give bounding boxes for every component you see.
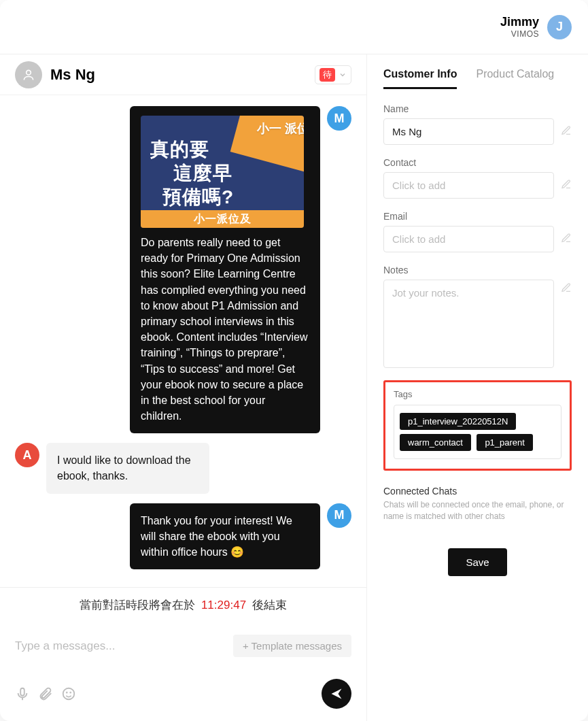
header-user-block: Jimmy VIMOS [500,15,539,39]
promo-strip-text: 小一派位及 [141,210,304,228]
promo-main-text: 真的要 這麼早 預備嗎? [150,137,234,209]
session-countdown: 11:29:47 [201,599,246,611]
name-input[interactable] [383,118,554,145]
tags-label: Tags [394,389,561,399]
message-row: Thank you for your interest! We will sha… [15,503,351,570]
message-input[interactable] [15,639,224,653]
message-composer: + Template messages [0,625,366,721]
message-text: I would like to download the ebook, than… [57,452,198,484]
tags-container[interactable]: p1_interview_20220512N warm_contact p1_p… [394,405,561,459]
header-org-name: VIMOS [500,29,539,39]
promo-corner-text: 小一 派位 [257,122,304,135]
chat-header: Ms Ng 待 [0,54,366,95]
chat-pane: Ms Ng 待 小一 派位 真的要 這麼早 [0,54,367,721]
session-expiry-notice: 當前對話時段將會在於 11:29:47 後結束 [0,587,366,625]
header-user-name: Jimmy [500,15,539,29]
field-name: Name [383,103,572,145]
side-tabs: Customer Info Product Catalog [383,68,572,90]
customer-info-pane: Customer Info Product Catalog Name Conta… [367,54,588,721]
message-row: A I would like to download the ebook, th… [15,443,351,493]
edit-icon[interactable] [561,179,572,192]
message-avatar: M [327,503,351,528]
tab-customer-info[interactable]: Customer Info [383,68,457,89]
message-bubble: I would like to download the ebook, than… [46,443,209,493]
edit-icon[interactable] [561,125,572,139]
field-contact: Contact [383,157,572,199]
contact-avatar [15,61,42,88]
status-badge: 待 [319,68,335,82]
app-header: Jimmy VIMOS J [0,0,588,54]
svg-point-3 [63,688,75,700]
template-messages-button[interactable]: + Template messages [233,635,351,657]
message-avatar: A [15,443,39,467]
field-label: Name [383,103,572,114]
field-label: Email [383,211,572,222]
svg-point-5 [70,692,71,693]
svg-point-4 [67,692,67,693]
status-dropdown[interactable]: 待 [315,65,351,84]
tag-chip[interactable]: warm_contact [400,434,471,451]
message-bubble: Thank you for your interest! We will sha… [130,503,320,570]
edit-icon[interactable] [561,233,572,246]
chevron-down-icon [339,71,347,79]
emoji-icon[interactable] [61,686,76,701]
attachment-icon[interactable] [38,686,53,701]
tab-product-catalog[interactable]: Product Catalog [476,68,554,89]
contact-name: Ms Ng [50,66,315,84]
message-avatar: M [327,106,351,131]
edit-icon[interactable] [561,282,572,296]
notes-textarea[interactable] [383,280,554,368]
message-row: 小一 派位 真的要 這麼早 預備嗎? 小一派位及 Do parents real… [15,106,351,433]
field-notes: Notes [383,265,572,368]
field-label: Notes [383,265,572,275]
message-text: Do parents really need to get ready for … [141,235,309,424]
mic-icon[interactable] [15,686,30,701]
message-bubble: 小一 派位 真的要 這麼早 預備嗎? 小一派位及 Do parents real… [130,106,320,433]
person-icon [22,68,35,82]
field-label: Contact [383,157,572,168]
message-text: Thank you for your interest! We will sha… [141,513,309,560]
send-icon [330,687,343,701]
connected-chats-title: Connected Chats [383,486,572,497]
svg-rect-1 [20,688,24,696]
field-email: Email [383,211,572,252]
email-input[interactable] [383,226,554,252]
svg-point-0 [27,70,31,75]
connected-chats-section: Connected Chats Chats will be connected … [383,486,572,522]
app-window: Jimmy VIMOS J Ms Ng 待 [0,0,588,721]
chat-message-list[interactable]: 小一 派位 真的要 這麼早 預備嗎? 小一派位及 Do parents real… [0,95,366,587]
save-button[interactable]: Save [448,548,506,576]
tags-section: Tags p1_interview_20220512N warm_contact… [383,380,572,471]
promo-image: 小一 派位 真的要 這麼早 預備嗎? 小一派位及 [141,116,304,228]
send-button[interactable] [322,679,351,709]
connected-chats-sub: Chats will be connected once the email, … [383,499,572,522]
contact-input[interactable] [383,172,554,199]
tag-chip[interactable]: p1_parent [477,434,533,451]
tag-chip[interactable]: p1_interview_20220512N [400,413,516,430]
header-avatar[interactable]: J [547,15,572,39]
